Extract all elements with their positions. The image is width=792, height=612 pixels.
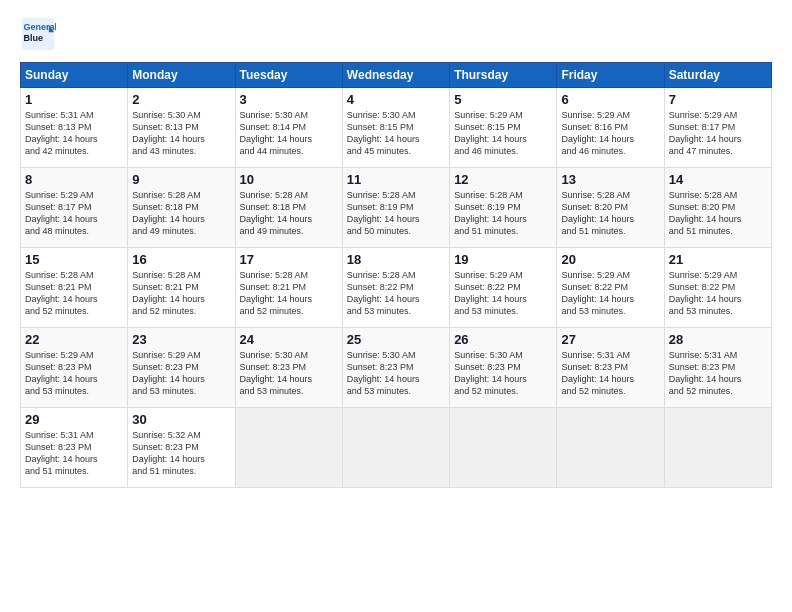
day-cell: 18Sunrise: 5:28 AMSunset: 8:22 PMDayligh… [342,248,449,328]
day-content: Sunrise: 5:29 AMSunset: 8:22 PMDaylight:… [561,269,659,318]
day-number: 30 [132,412,230,427]
day-content: Sunrise: 5:31 AMSunset: 8:23 PMDaylight:… [561,349,659,398]
day-content: Sunrise: 5:30 AMSunset: 8:23 PMDaylight:… [454,349,552,398]
calendar-table: SundayMondayTuesdayWednesdayThursdayFrid… [20,62,772,488]
day-cell: 4Sunrise: 5:30 AMSunset: 8:15 PMDaylight… [342,88,449,168]
col-header-tuesday: Tuesday [235,63,342,88]
day-number: 12 [454,172,552,187]
day-cell: 12Sunrise: 5:28 AMSunset: 8:19 PMDayligh… [450,168,557,248]
col-header-sunday: Sunday [21,63,128,88]
day-cell: 2Sunrise: 5:30 AMSunset: 8:13 PMDaylight… [128,88,235,168]
header: General Blue [20,16,772,52]
day-content: Sunrise: 5:29 AMSunset: 8:15 PMDaylight:… [454,109,552,158]
day-content: Sunrise: 5:28 AMSunset: 8:21 PMDaylight:… [132,269,230,318]
day-number: 11 [347,172,445,187]
col-header-friday: Friday [557,63,664,88]
day-number: 14 [669,172,767,187]
day-content: Sunrise: 5:31 AMSunset: 8:13 PMDaylight:… [25,109,123,158]
day-number: 19 [454,252,552,267]
day-content: Sunrise: 5:29 AMSunset: 8:22 PMDaylight:… [454,269,552,318]
day-cell: 24Sunrise: 5:30 AMSunset: 8:23 PMDayligh… [235,328,342,408]
day-number: 3 [240,92,338,107]
day-content: Sunrise: 5:30 AMSunset: 8:13 PMDaylight:… [132,109,230,158]
day-content: Sunrise: 5:28 AMSunset: 8:18 PMDaylight:… [132,189,230,238]
day-cell [342,408,449,488]
day-cell [557,408,664,488]
day-number: 29 [25,412,123,427]
day-cell: 25Sunrise: 5:30 AMSunset: 8:23 PMDayligh… [342,328,449,408]
day-cell [235,408,342,488]
day-number: 1 [25,92,123,107]
day-number: 9 [132,172,230,187]
day-content: Sunrise: 5:30 AMSunset: 8:14 PMDaylight:… [240,109,338,158]
day-cell: 19Sunrise: 5:29 AMSunset: 8:22 PMDayligh… [450,248,557,328]
day-cell: 8Sunrise: 5:29 AMSunset: 8:17 PMDaylight… [21,168,128,248]
logo-icon: General Blue [20,16,56,52]
day-cell: 26Sunrise: 5:30 AMSunset: 8:23 PMDayligh… [450,328,557,408]
day-cell: 30Sunrise: 5:32 AMSunset: 8:23 PMDayligh… [128,408,235,488]
day-cell: 10Sunrise: 5:28 AMSunset: 8:18 PMDayligh… [235,168,342,248]
day-number: 25 [347,332,445,347]
week-row-3: 15Sunrise: 5:28 AMSunset: 8:21 PMDayligh… [21,248,772,328]
day-cell: 29Sunrise: 5:31 AMSunset: 8:23 PMDayligh… [21,408,128,488]
day-cell: 17Sunrise: 5:28 AMSunset: 8:21 PMDayligh… [235,248,342,328]
day-content: Sunrise: 5:31 AMSunset: 8:23 PMDaylight:… [25,429,123,478]
day-number: 6 [561,92,659,107]
day-content: Sunrise: 5:29 AMSunset: 8:22 PMDaylight:… [669,269,767,318]
day-number: 23 [132,332,230,347]
day-cell: 23Sunrise: 5:29 AMSunset: 8:23 PMDayligh… [128,328,235,408]
day-number: 2 [132,92,230,107]
day-number: 26 [454,332,552,347]
day-number: 10 [240,172,338,187]
day-content: Sunrise: 5:31 AMSunset: 8:23 PMDaylight:… [669,349,767,398]
day-number: 4 [347,92,445,107]
day-number: 17 [240,252,338,267]
day-content: Sunrise: 5:29 AMSunset: 8:17 PMDaylight:… [25,189,123,238]
logo: General Blue [20,16,60,52]
svg-text:Blue: Blue [24,33,44,43]
day-content: Sunrise: 5:28 AMSunset: 8:21 PMDaylight:… [240,269,338,318]
day-cell: 5Sunrise: 5:29 AMSunset: 8:15 PMDaylight… [450,88,557,168]
day-cell: 27Sunrise: 5:31 AMSunset: 8:23 PMDayligh… [557,328,664,408]
page: General Blue SundayMondayTuesdayWednesda… [0,0,792,612]
day-number: 28 [669,332,767,347]
col-header-saturday: Saturday [664,63,771,88]
week-row-5: 29Sunrise: 5:31 AMSunset: 8:23 PMDayligh… [21,408,772,488]
header-row: SundayMondayTuesdayWednesdayThursdayFrid… [21,63,772,88]
col-header-thursday: Thursday [450,63,557,88]
day-cell: 7Sunrise: 5:29 AMSunset: 8:17 PMDaylight… [664,88,771,168]
day-cell: 9Sunrise: 5:28 AMSunset: 8:18 PMDaylight… [128,168,235,248]
day-number: 15 [25,252,123,267]
day-number: 20 [561,252,659,267]
col-header-wednesday: Wednesday [342,63,449,88]
day-number: 16 [132,252,230,267]
day-content: Sunrise: 5:28 AMSunset: 8:21 PMDaylight:… [25,269,123,318]
day-content: Sunrise: 5:29 AMSunset: 8:23 PMDaylight:… [132,349,230,398]
day-cell: 1Sunrise: 5:31 AMSunset: 8:13 PMDaylight… [21,88,128,168]
day-number: 22 [25,332,123,347]
day-number: 5 [454,92,552,107]
day-cell: 16Sunrise: 5:28 AMSunset: 8:21 PMDayligh… [128,248,235,328]
week-row-4: 22Sunrise: 5:29 AMSunset: 8:23 PMDayligh… [21,328,772,408]
day-number: 18 [347,252,445,267]
day-content: Sunrise: 5:28 AMSunset: 8:19 PMDaylight:… [347,189,445,238]
week-row-1: 1Sunrise: 5:31 AMSunset: 8:13 PMDaylight… [21,88,772,168]
day-content: Sunrise: 5:28 AMSunset: 8:18 PMDaylight:… [240,189,338,238]
day-cell [450,408,557,488]
day-content: Sunrise: 5:28 AMSunset: 8:19 PMDaylight:… [454,189,552,238]
day-content: Sunrise: 5:29 AMSunset: 8:23 PMDaylight:… [25,349,123,398]
day-content: Sunrise: 5:28 AMSunset: 8:20 PMDaylight:… [561,189,659,238]
day-cell: 13Sunrise: 5:28 AMSunset: 8:20 PMDayligh… [557,168,664,248]
day-content: Sunrise: 5:29 AMSunset: 8:17 PMDaylight:… [669,109,767,158]
day-number: 27 [561,332,659,347]
day-cell: 11Sunrise: 5:28 AMSunset: 8:19 PMDayligh… [342,168,449,248]
day-cell: 20Sunrise: 5:29 AMSunset: 8:22 PMDayligh… [557,248,664,328]
col-header-monday: Monday [128,63,235,88]
day-number: 7 [669,92,767,107]
day-cell: 14Sunrise: 5:28 AMSunset: 8:20 PMDayligh… [664,168,771,248]
day-content: Sunrise: 5:29 AMSunset: 8:16 PMDaylight:… [561,109,659,158]
day-cell: 28Sunrise: 5:31 AMSunset: 8:23 PMDayligh… [664,328,771,408]
day-content: Sunrise: 5:30 AMSunset: 8:15 PMDaylight:… [347,109,445,158]
day-number: 13 [561,172,659,187]
day-cell: 22Sunrise: 5:29 AMSunset: 8:23 PMDayligh… [21,328,128,408]
